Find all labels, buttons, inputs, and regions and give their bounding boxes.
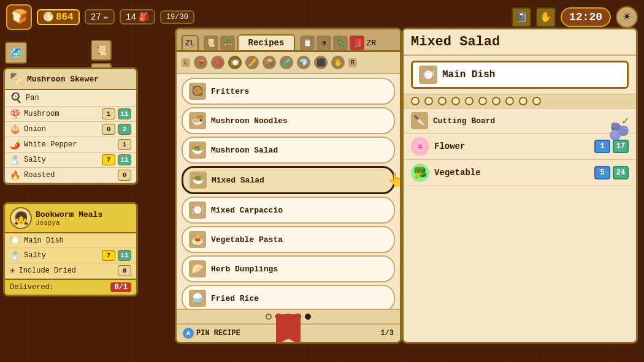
ring-10 [532, 97, 541, 105]
page-dot-5[interactable] [305, 314, 311, 320]
ingredient-row-1: 🧅 Onion 0 2 [5, 122, 136, 137]
ring-4 [451, 97, 460, 105]
ring-9 [519, 97, 527, 105]
decorative-berry: 🫐 [608, 121, 630, 142]
filter-icon-flask[interactable]: 🧪 [280, 56, 293, 69]
pan-icon: 🍳 [10, 92, 22, 104]
recipe-list: 🥘 Fritters 🍜 Mushroom Noodles 🥗 Mushroom… [177, 74, 400, 309]
vegetable-counts: 5 24 [594, 166, 629, 179]
filter-icon-pot[interactable]: 🫕 [194, 56, 207, 69]
tool-name: Cutting Board [433, 116, 495, 126]
ingredient-row-0: 🍄 Mushroom 1 11 [5, 107, 136, 122]
bag-count: 14 [126, 12, 136, 22]
delivered-label: Delivered: [10, 283, 54, 292]
ring-8 [505, 97, 514, 105]
ingredient-row-2: 🌶️ White Pepper 1 [5, 137, 136, 153]
bookworm-req-0: 🍽️ Main Dish [5, 233, 136, 248]
page-dot-1[interactable] [266, 314, 272, 320]
progress-display: 19/30 [160, 10, 194, 24]
ingredient-row-3: 🧂 Salty 7 11 [5, 153, 136, 168]
filter-icon-box[interactable]: 📦 [263, 56, 276, 69]
filter-icon-square[interactable]: ⬛ [314, 56, 328, 69]
detail-ingredient-vegetable: 🥦 Vegetable 5 24 [404, 160, 636, 186]
recipe-info-header: 🍢 Mushroom Skewer [5, 69, 136, 90]
bag-display: 14 🎒 [120, 9, 155, 25]
tab-icon-scroll[interactable]: 📜 [204, 36, 218, 50]
progress-value: 19/30 [166, 13, 188, 21]
fritters-icon: 🥘 [189, 83, 206, 100]
map-icon[interactable]: 🗺️ [5, 42, 27, 64]
vegetable-extra: 24 [613, 166, 629, 179]
recipe-item-mushroom-salad[interactable]: 🥗 Mushroom Salad [182, 137, 395, 164]
pin-label: PIN RECIPE [196, 329, 240, 337]
mixed-carpaccio-icon: 🍽️ [189, 202, 206, 219]
recipe-item-mixed-salad[interactable]: 🥗 Mixed Salad 👆 [182, 166, 395, 194]
hand-icon[interactable]: ✋ [536, 7, 556, 27]
recipe-item-herb-dumplings[interactable]: 🥟 Herb Dumplings [182, 255, 395, 282]
tab-icon-r4[interactable]: 📕 [350, 36, 364, 50]
vegetable-count: 5 [594, 166, 610, 179]
filter-icon-r[interactable]: R [348, 58, 357, 67]
detail-panel: Mixed Salad 🍽️ Main Dish 🔪 Cutting Board… [402, 28, 638, 344]
recipe-item-mixed-carpaccio[interactable]: 🍽️ Mixed Carpaccio [182, 197, 395, 224]
tool-name: Pan [26, 94, 131, 102]
tool-icon: 🔪 [411, 112, 428, 129]
recipe-item-fried-rice[interactable]: 🍚 Fried Rice [182, 285, 395, 309]
mixed-salad-icon: 🥗 [190, 172, 207, 189]
pencil-icon: ✏️ [104, 12, 109, 22]
detail-category: 🍽️ Main Dish [411, 61, 629, 89]
category-icon: 🍽️ [419, 66, 437, 84]
ring-6 [478, 97, 487, 105]
gold-amount: 864 [56, 12, 74, 23]
filter-icon-bread[interactable]: 🥖 [245, 56, 259, 69]
delivered-count: 0/1 [110, 282, 131, 292]
hud-right: 📓 ✋ 12:20 ☀️ [512, 6, 638, 28]
clock-display: 12:20 [561, 7, 611, 27]
tab-nav-icons: ZL [182, 35, 199, 50]
notebook-rings [404, 94, 636, 108]
vegetable-pasta-icon: 🍝 [189, 231, 206, 248]
scroll-icon-1[interactable]: 📜 [91, 40, 112, 61]
tab-icons-row: 📜 🪴 [204, 36, 235, 50]
tab-icon-r2[interactable]: ⚗️ [316, 36, 331, 50]
page-info: 1/3 [380, 329, 394, 337]
category-name: Main Dish [442, 69, 495, 80]
filter-icon-gem[interactable]: 💎 [297, 56, 310, 69]
hud-left: 🍞 🌕 864 27 ✏️ 14 🎒 19/30 [6, 4, 194, 30]
recipes-tab-title: Recipes [237, 34, 296, 50]
top-hud: 🍞 🌕 864 27 ✏️ 14 🎒 19/30 📓 ✋ 12:20 ☀️ [0, 0, 644, 34]
tab-icon-r1[interactable]: 📋 [300, 36, 315, 50]
ring-2 [424, 97, 433, 105]
skewer-icon: 🍢 [10, 72, 23, 86]
recipe-filter-icons: L 🫕 ⭕ 🍽️ 🥖 📦 🧪 💎 ⬛ ✋ R [177, 52, 400, 74]
recipe-item-fritters[interactable]: 🥘 Fritters [182, 78, 395, 105]
ring-1 [411, 97, 420, 105]
bookworm-name: Jospya [36, 219, 102, 227]
mushroom-noodles-icon: 🍜 [189, 112, 206, 129]
recipe-item-vegetable-pasta[interactable]: 🍝 Vegetable Pasta [182, 226, 395, 253]
recipe-info-panel: 🍢 Mushroom Skewer 🍳 Pan 🍄 Mushroom 1 11 … [3, 67, 138, 185]
filter-icon-l[interactable]: L [182, 58, 190, 67]
tab-icon-r3[interactable]: 🦎 [333, 36, 348, 50]
pin-recipe-button[interactable]: A PIN RECIPE [183, 328, 240, 339]
gold-display: 🌕 864 [37, 9, 80, 25]
tool-row: 🍳 Pan [5, 90, 136, 107]
ingredient-row-4: 🔥 Roasted 0 [5, 168, 136, 183]
bookworm-avatar: 👧 [10, 207, 32, 229]
filter-icon-circle[interactable]: ⭕ [211, 56, 224, 69]
recipes-panel: ZL 📜 🪴 Recipes 📋 ⚗️ 🦎 📕 ZR L 🫕 ⭕ 🍽️ 🥖 📦 … [175, 28, 402, 344]
fried-rice-icon: 🍚 [189, 290, 206, 307]
tab-icons-right: 📋 ⚗️ 🦎 📕 ZR [300, 36, 376, 50]
bookworm-title: Bookworm Meals [36, 210, 102, 219]
tab-icon-pot[interactable]: 🪴 [220, 36, 235, 50]
vegetable-icon: 🥦 [411, 164, 429, 182]
bag-icon: 🎒 [139, 12, 149, 22]
ring-3 [438, 97, 447, 105]
bookworm-req-1: 🧂 Salty 7 11 [5, 248, 136, 263]
delivered-row: Delivered: 0/1 [5, 279, 136, 295]
filter-icon-active[interactable]: 🍽️ [228, 56, 242, 69]
notebook-icon[interactable]: 📓 [512, 7, 531, 27]
filter-icon-hand[interactable]: ✋ [331, 56, 345, 69]
recipe-item-mushroom-noodles[interactable]: 🍜 Mushroom Noodles [182, 107, 395, 134]
bookworm-panel: 👧 Bookworm Meals Jospya 🍽️ Main Dish 🧂 S… [3, 202, 138, 296]
